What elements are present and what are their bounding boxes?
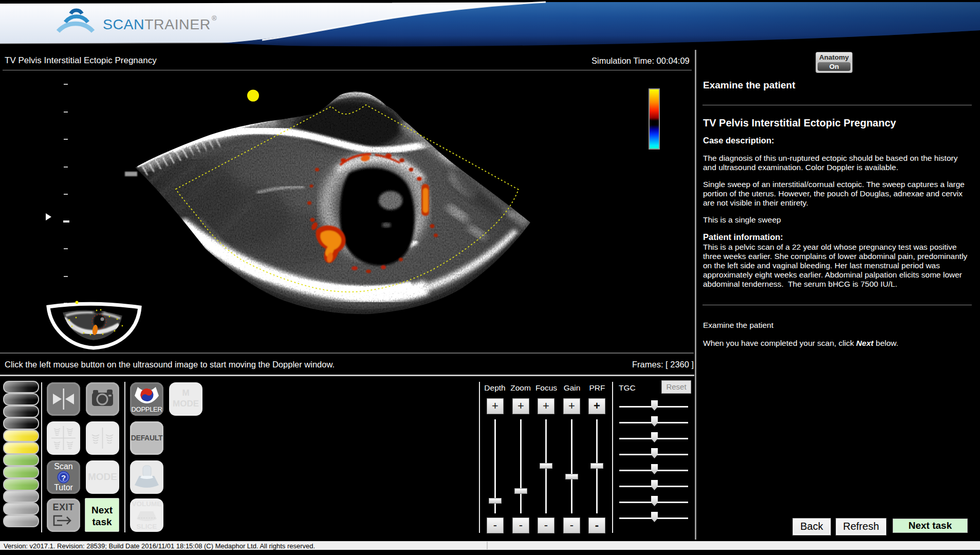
svg-text:?: ? xyxy=(61,473,66,482)
svg-text:®: ® xyxy=(212,14,217,22)
svg-text:SCANTRAINER: SCANTRAINER xyxy=(103,16,211,32)
